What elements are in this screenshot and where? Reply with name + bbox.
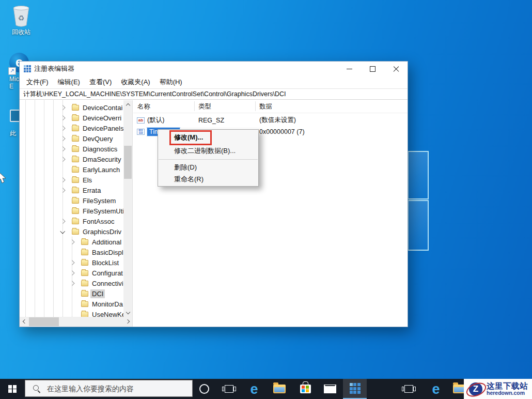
task-view-button[interactable] xyxy=(219,379,239,399)
folder-icon xyxy=(81,260,88,266)
chevron-down-icon[interactable] xyxy=(59,231,66,233)
chevron-right-icon[interactable] xyxy=(68,282,75,285)
tree-items: DeviceContai DeviceOverri DevicePanels D… xyxy=(20,102,123,317)
tree-item-diagnostics[interactable]: Diagnostics xyxy=(20,144,123,154)
search-input[interactable] xyxy=(46,384,177,393)
regedit-icon xyxy=(24,65,31,72)
scroll-right-icon[interactable] xyxy=(123,317,132,326)
folder-icon xyxy=(81,239,88,245)
tree-vertical-scrollbar[interactable] xyxy=(123,100,132,317)
scroll-up-icon[interactable] xyxy=(123,100,132,109)
tree-item-basicdispl[interactable]: BasicDispl xyxy=(20,247,123,257)
scrollbar-thumb[interactable] xyxy=(29,317,59,326)
chevron-right-icon[interactable] xyxy=(68,261,75,265)
chevron-right-icon[interactable] xyxy=(59,158,66,161)
menu-edit[interactable]: 编辑(E) xyxy=(53,76,85,88)
menu-item-rename[interactable]: 重命名(R) xyxy=(158,173,258,185)
store-button[interactable] xyxy=(294,379,316,399)
chevron-right-icon[interactable] xyxy=(59,137,66,141)
tree-item-filesystemuti[interactable]: FileSystemUti xyxy=(20,206,123,216)
tree-item-devicecontai[interactable]: DeviceContai xyxy=(20,102,123,113)
chevron-right-icon[interactable] xyxy=(59,127,66,130)
tree-item-filesystem[interactable]: FileSystem xyxy=(20,195,123,206)
recycle-bin-shortcut[interactable]: ♻ 回收站 xyxy=(7,4,35,37)
cortana-button[interactable] xyxy=(194,379,214,399)
folder-icon xyxy=(72,219,79,224)
minimize-icon xyxy=(347,69,352,69)
folder-icon xyxy=(72,136,79,142)
folder-icon xyxy=(72,198,79,204)
chevron-right-icon[interactable] xyxy=(59,220,66,223)
tree-item-fontassoc[interactable]: FontAssoc xyxy=(20,216,123,226)
column-data[interactable]: 数据 xyxy=(259,102,272,111)
search-icon xyxy=(33,385,41,393)
chevron-right-icon[interactable] xyxy=(68,271,75,275)
address-bar[interactable]: 计算机\HKEY_LOCAL_MACHINE\SYSTEM\CurrentCon… xyxy=(20,88,408,100)
folder-icon xyxy=(72,188,79,193)
taskbar: e e xyxy=(0,379,532,399)
maximize-button[interactable] xyxy=(361,62,384,76)
watermark-logo: Z xyxy=(467,380,484,398)
close-icon xyxy=(393,66,399,72)
dword-value-icon: 011110 xyxy=(137,129,145,135)
mail-button[interactable] xyxy=(319,379,341,399)
chevron-right-icon[interactable] xyxy=(59,189,66,192)
shortcut-arrow-icon: ↗ xyxy=(8,67,16,75)
tree-item-els[interactable]: Els xyxy=(20,175,123,185)
menu-item-delete[interactable]: 删除(D) xyxy=(158,161,258,173)
edge-icon: e xyxy=(432,381,440,397)
chevron-right-icon[interactable] xyxy=(59,147,66,151)
windows-logo-pane-top xyxy=(408,151,429,199)
tree-item-dci-selected[interactable]: DCI xyxy=(20,288,123,299)
tree-item-additional[interactable]: Additional xyxy=(20,237,123,247)
value-row-default[interactable]: ab (默认) REG_SZ (数值未设置) xyxy=(133,115,408,126)
edge-taskbar-button[interactable]: e xyxy=(244,379,264,399)
tree-item-earlylaunch[interactable]: EarlyLaunch xyxy=(20,164,123,175)
tree-item-usenewke[interactable]: UseNewKe xyxy=(20,309,123,317)
folder-icon xyxy=(72,229,79,235)
menu-file[interactable]: 文件(F) xyxy=(22,76,53,88)
tree-item-devicepanels[interactable]: DevicePanels xyxy=(20,123,123,133)
menu-favorites[interactable]: 收藏夹(A) xyxy=(116,76,154,88)
menu-bar: 文件(F) 编辑(E) 查看(V) 收藏夹(A) 帮助(H) xyxy=(20,76,408,88)
tree-item-devquery[interactable]: DevQuery xyxy=(20,133,123,144)
tree-item-errata[interactable]: Errata xyxy=(20,185,123,195)
menu-item-modify-binary[interactable]: 修改二进制数据(B)... xyxy=(158,144,258,158)
scrollbar-thumb[interactable] xyxy=(124,146,132,179)
column-type[interactable]: 类型 xyxy=(198,102,211,111)
tree-item-connectivi[interactable]: Connectivi xyxy=(20,278,123,288)
tree-item-dmasecurity[interactable]: DmaSecurity xyxy=(20,154,123,164)
folder-icon xyxy=(81,270,88,276)
tree-item-blocklist[interactable]: BlockList xyxy=(20,257,123,268)
tree-item-configurat[interactable]: Configurat xyxy=(20,268,123,278)
edge-taskbar-button-right[interactable]: e xyxy=(426,379,446,399)
tree-item-monitorda[interactable]: MonitorDa xyxy=(20,299,123,309)
file-explorer-button[interactable] xyxy=(269,379,290,399)
chevron-right-icon[interactable] xyxy=(59,178,66,182)
tree-item-deviceoverri[interactable]: DeviceOverri xyxy=(20,113,123,123)
desktop: ♻ 回收站 e ↗ Mic E 此 注册表编辑器 文件(F) xyxy=(0,0,532,399)
column-name[interactable]: 名称 xyxy=(137,102,150,111)
minimize-button[interactable] xyxy=(338,62,361,76)
menu-view[interactable]: 查看(V) xyxy=(85,76,116,88)
tree-horizontal-scrollbar[interactable] xyxy=(20,317,132,327)
chevron-right-icon[interactable] xyxy=(59,106,66,110)
edge-icon: e xyxy=(250,381,258,397)
store-icon xyxy=(300,385,311,393)
task-view-icon xyxy=(225,385,233,393)
start-button[interactable] xyxy=(0,379,25,399)
cursor-arrow-icon xyxy=(0,171,8,184)
task-view-button-right[interactable] xyxy=(399,379,418,399)
taskbar-search[interactable] xyxy=(25,380,193,397)
regedit-taskbar-button-active[interactable] xyxy=(343,379,367,399)
chevron-right-icon[interactable] xyxy=(59,116,66,120)
menu-help[interactable]: 帮助(H) xyxy=(155,76,187,88)
cortana-icon xyxy=(199,384,209,394)
regedit-icon xyxy=(350,383,361,394)
windows-start-icon xyxy=(8,385,17,393)
close-button[interactable] xyxy=(384,62,408,76)
scroll-down-icon[interactable] xyxy=(123,309,132,317)
chevron-right-icon[interactable] xyxy=(68,240,75,244)
tree-item-graphicsdrivers[interactable]: GraphicsDriv xyxy=(20,226,123,237)
scroll-left-icon[interactable] xyxy=(20,317,28,326)
